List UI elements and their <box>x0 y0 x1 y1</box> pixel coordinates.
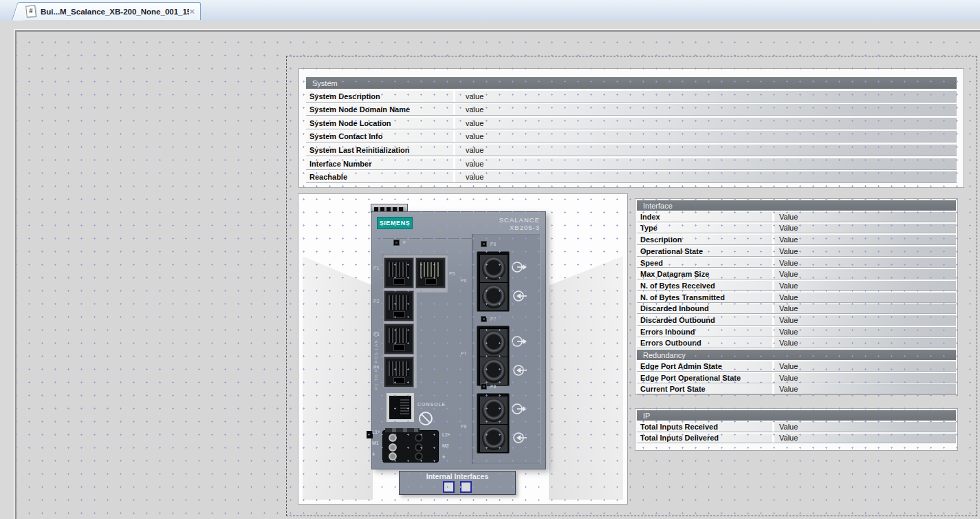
row-value[interactable]: Value <box>772 224 956 233</box>
row-value[interactable]: value <box>453 118 957 129</box>
model-line2: XB205-3 <box>499 224 540 231</box>
port-led-label: P6 <box>490 242 497 246</box>
device-image-panel[interactable]: SIEMENS SCALANCE XB205-3 F P1 P2 <box>298 193 628 505</box>
row-label: Errors Outbound <box>637 338 772 348</box>
table-row: Current Port State Value <box>637 384 956 394</box>
rx-arrow-icon <box>511 288 527 304</box>
internal-interface-indicator[interactable] <box>460 481 472 493</box>
table-row: System Last Reinitialization value <box>306 145 957 156</box>
port-label: P6 <box>461 278 467 283</box>
table-row: Errors Outbound Value <box>637 338 956 348</box>
row-value[interactable]: Value <box>772 373 956 383</box>
tab-close-icon[interactable]: × <box>189 8 195 16</box>
row-value[interactable]: value <box>453 145 957 156</box>
row-label: Edge Port Operational State <box>637 373 772 383</box>
row-label: Operational State <box>637 246 772 256</box>
table-row: Edge Port Admin State Value <box>637 361 956 372</box>
system-panel[interactable]: System System Description value System N… <box>298 68 964 188</box>
row-label: System Contact Info <box>306 131 453 142</box>
fiber-connector <box>479 282 508 311</box>
terminal-screw <box>389 443 397 452</box>
row-value[interactable]: Value <box>772 315 956 325</box>
row-value[interactable]: Value <box>772 304 956 313</box>
row-label: Speed <box>637 258 772 268</box>
row-label: Discarded Outbound <box>637 315 772 325</box>
fault-led <box>393 240 400 246</box>
fiber-panel: P6 P7 <box>472 234 541 464</box>
port-led <box>481 316 487 322</box>
redundancy-table-header: Redundancy <box>637 350 956 360</box>
row-value[interactable]: Value <box>772 258 956 268</box>
table-row: Index Value <box>637 212 956 222</box>
row-label: Description <box>637 235 772 244</box>
model-line1: SCALANCE <box>499 216 540 224</box>
row-value[interactable]: value <box>453 171 957 182</box>
row-label: Current Port State <box>637 384 772 394</box>
internal-interfaces-indicators <box>400 481 515 493</box>
ip-panel[interactable]: IP Total Inputs Received Value Total Inp… <box>635 408 958 451</box>
terminal-screw <box>415 443 423 452</box>
row-label: N. of Bytes Received <box>637 281 772 290</box>
table-row: System Node Domain Name value <box>306 104 957 116</box>
power-labels-right: L2+ M2 ⏚ <box>442 430 450 463</box>
row-value[interactable]: Value <box>772 235 956 244</box>
rx-arrow-icon <box>511 430 527 445</box>
interface-panel[interactable]: Interface Index Value Type Value Descrip… <box>635 198 958 395</box>
tab-title: Bui...M_Scalance_XB-200_None_001_150 <box>41 8 189 16</box>
fiber-connector <box>479 328 508 357</box>
port-label: P8 <box>461 424 467 429</box>
fiber-connector <box>479 357 508 385</box>
row-label: Index <box>637 212 772 222</box>
rj45-port-p3 <box>384 324 414 354</box>
ip-table-header: IP <box>637 410 956 421</box>
table-row: Speed Value <box>637 258 956 268</box>
side-text: P1 TO P5 POS LAN TX <box>374 330 378 390</box>
power-label: M1 <box>372 438 380 449</box>
row-value[interactable]: Value <box>772 212 956 222</box>
row-value[interactable]: Value <box>772 361 956 371</box>
no-access-icon <box>419 412 433 425</box>
power-label: L2+ <box>442 430 450 441</box>
row-value[interactable]: value <box>453 91 957 102</box>
fiber-port-block <box>477 393 510 454</box>
row-label: N. of Bytes Transmitted <box>637 293 772 302</box>
device-body[interactable]: SIEMENS SCALANCE XB205-3 F P1 P2 <box>371 211 546 469</box>
row-label: System Description <box>306 91 453 102</box>
design-canvas[interactable]: System System Description value System N… <box>15 30 980 519</box>
row-value[interactable]: Value <box>772 384 956 394</box>
row-value[interactable]: Value <box>772 293 956 302</box>
interface-table-header: Interface <box>637 200 956 211</box>
power-label: ⏚ <box>442 452 450 463</box>
row-value[interactable]: value <box>453 131 957 142</box>
table-row: Interface Number value <box>306 158 957 170</box>
terminal-screw <box>389 452 397 460</box>
rj45-port-p4 <box>384 357 414 388</box>
table-row: Total Inputs Delivered Value <box>637 434 956 444</box>
row-value[interactable]: Value <box>772 327 956 337</box>
row-label: System Node Location <box>306 118 453 129</box>
terminal-screw <box>415 452 423 460</box>
row-value[interactable]: Value <box>772 246 956 256</box>
row-value[interactable]: value <box>453 104 957 115</box>
row-value[interactable]: Value <box>772 422 956 432</box>
row-value[interactable]: Value <box>772 281 956 290</box>
device-model-text: SCALANCE XB205-3 <box>499 216 540 231</box>
row-label: System Node Domain Name <box>306 104 453 115</box>
fiber-port-block <box>477 251 510 312</box>
document-tab[interactable]: # Bui...M_Scalance_XB-200_None_001_150 × <box>21 2 201 20</box>
table-row: System Node Location value <box>306 118 957 129</box>
row-value[interactable]: Value <box>772 338 956 348</box>
row-value[interactable]: Value <box>772 434 956 443</box>
internal-interface-indicator[interactable] <box>443 481 455 493</box>
console-port-inner <box>389 396 411 419</box>
table-row: Reachable value <box>306 171 957 183</box>
system-table-header: System <box>306 77 957 89</box>
row-value[interactable]: Value <box>772 269 956 279</box>
power-terminal <box>382 430 439 463</box>
console-port <box>386 392 415 423</box>
table-row: N. of Bytes Transmitted Value <box>637 293 956 303</box>
canvas-frame: System System Description value System N… <box>14 29 980 519</box>
row-value[interactable]: value <box>453 158 957 169</box>
tab-bar: # Bui...M_Scalance_XB-200_None_001_150 × <box>0 0 980 21</box>
internal-interfaces-box[interactable]: Internal Interfaces <box>399 471 516 495</box>
